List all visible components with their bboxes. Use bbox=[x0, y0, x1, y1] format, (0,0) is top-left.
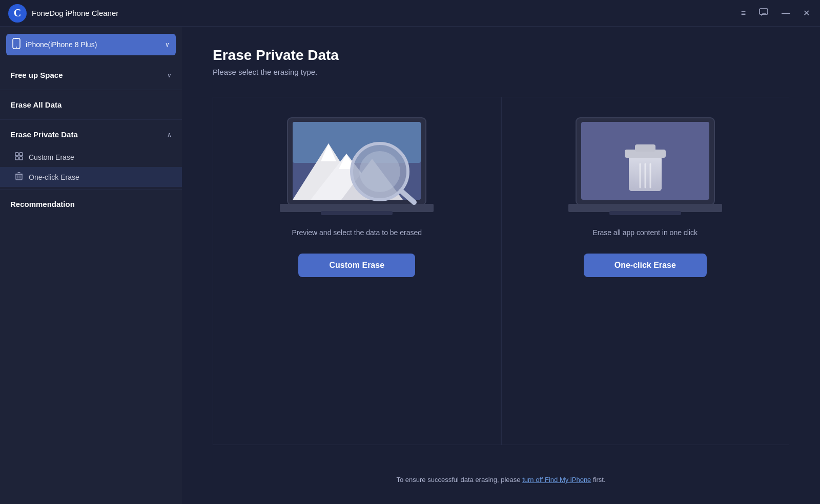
svg-rect-10 bbox=[16, 174, 22, 180]
device-chevron-icon: ∨ bbox=[165, 41, 170, 48]
erase-all-data-title: Erase All Data bbox=[10, 100, 61, 109]
cards-row: Preview and select the data to be erased… bbox=[213, 97, 789, 445]
custom-erase-button[interactable]: Custom Erase bbox=[298, 254, 415, 277]
sidebar-item-custom-erase[interactable]: Custom Erase bbox=[0, 147, 182, 167]
titlebar: C FoneDog iPhone Cleaner ≡ — ✕ bbox=[0, 0, 820, 27]
sidebar-section-header-free-up-space[interactable]: Free up Space ∨ bbox=[0, 62, 182, 88]
svg-rect-25 bbox=[321, 211, 393, 215]
divider-1 bbox=[0, 90, 182, 90]
erase-private-data-chevron-icon: ∧ bbox=[167, 131, 172, 138]
one-click-erase-button[interactable]: One-click Erase bbox=[584, 254, 707, 277]
sidebar-section-header-erase-private-data[interactable]: Erase Private Data ∧ bbox=[0, 122, 182, 147]
page-subtitle: Please select the erasing type. bbox=[213, 68, 789, 76]
footer-note-suffix: first. bbox=[591, 476, 605, 484]
page-title: Erase Private Data bbox=[213, 47, 789, 64]
free-up-space-chevron-icon: ∨ bbox=[167, 72, 172, 79]
footer-note-prefix: To ensure successful data erasing, pleas… bbox=[396, 476, 522, 484]
custom-erase-card: Preview and select the data to be erased… bbox=[213, 97, 501, 445]
svg-rect-6 bbox=[15, 153, 18, 156]
svg-rect-24 bbox=[280, 204, 434, 212]
svg-rect-32 bbox=[609, 211, 681, 215]
sidebar-section-erase-all-data: Erase All Data bbox=[0, 92, 182, 117]
svg-point-4 bbox=[16, 47, 17, 48]
minimize-button[interactable]: — bbox=[780, 7, 792, 19]
erase-private-data-title: Erase Private Data bbox=[10, 130, 78, 139]
sidebar-section-header-recommendation[interactable]: Recommendation bbox=[0, 192, 182, 217]
app-logo: C bbox=[8, 4, 27, 23]
sidebar-section-header-erase-all-data[interactable]: Erase All Data bbox=[0, 92, 182, 117]
one-click-erase-label: One-click Erase bbox=[29, 173, 79, 181]
svg-rect-9 bbox=[19, 157, 23, 160]
custom-erase-description: Preview and select the data to be erased bbox=[292, 227, 422, 238]
svg-rect-36 bbox=[635, 144, 655, 152]
free-up-space-title: Free up Space bbox=[10, 71, 63, 79]
footer-note: To ensure successful data erasing, pleas… bbox=[213, 466, 789, 484]
app-title: FoneDog iPhone Cleaner bbox=[32, 9, 739, 17]
svg-point-27 bbox=[359, 151, 400, 192]
custom-erase-label: Custom Erase bbox=[29, 153, 74, 161]
sidebar-section-erase-private-data: Erase Private Data ∧ Custom Erase bbox=[0, 122, 182, 187]
device-icon bbox=[12, 38, 20, 51]
svg-rect-8 bbox=[15, 157, 18, 160]
custom-erase-illustration bbox=[280, 113, 434, 215]
trash-icon bbox=[14, 172, 24, 182]
one-click-erase-illustration bbox=[568, 113, 722, 215]
device-name: iPhone(iPhone 8 Plus) bbox=[26, 40, 160, 49]
grid-icon bbox=[14, 152, 24, 162]
main-content: Erase Private Data Please select the era… bbox=[182, 27, 820, 504]
svg-text:C: C bbox=[14, 7, 21, 18]
sidebar-section-recommendation: Recommendation bbox=[0, 192, 182, 217]
window-controls: ≡ — ✕ bbox=[739, 6, 812, 20]
sidebar-section-free-up-space: Free up Space ∨ bbox=[0, 62, 182, 88]
app-body: iPhone(iPhone 8 Plus) ∨ Free up Space ∨ … bbox=[0, 27, 820, 504]
svg-rect-7 bbox=[19, 153, 23, 156]
sidebar-item-one-click-erase[interactable]: One-click Erase bbox=[0, 167, 182, 187]
recommendation-title: Recommendation bbox=[10, 200, 75, 208]
chat-button[interactable] bbox=[757, 6, 770, 20]
divider-3 bbox=[0, 189, 182, 190]
close-button[interactable]: ✕ bbox=[801, 7, 812, 19]
divider-2 bbox=[0, 119, 182, 120]
sidebar: iPhone(iPhone 8 Plus) ∨ Free up Space ∨ … bbox=[0, 27, 182, 504]
device-selector[interactable]: iPhone(iPhone 8 Plus) ∨ bbox=[6, 34, 176, 55]
find-my-iphone-link[interactable]: turn off Find My iPhone bbox=[522, 476, 591, 484]
menu-button[interactable]: ≡ bbox=[739, 7, 748, 19]
svg-rect-31 bbox=[568, 204, 722, 212]
one-click-erase-description: Erase all app content in one click bbox=[592, 227, 698, 238]
one-click-erase-card: Erase all app content in one click One-c… bbox=[501, 97, 790, 445]
